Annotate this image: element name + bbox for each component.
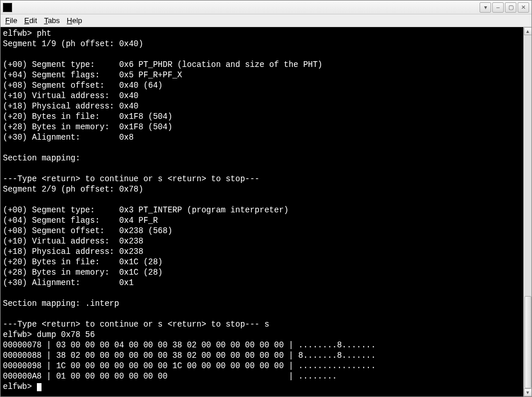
segment-field: (+18) Physical address: 0x40 (3, 102, 138, 111)
titlebar: ▾ – ▢ ✕ (1, 1, 531, 14)
menu-file[interactable]: File (5, 16, 17, 25)
terminal-window: ▾ – ▢ ✕ File Edit Tabs Help elfwb> pht S… (0, 0, 532, 397)
segment-field: (+04) Segment flags: 0x4 PF_R (3, 216, 158, 225)
scroll-thumb[interactable] (525, 296, 531, 388)
prompt-line: elfwb> (3, 382, 37, 391)
terminal-output[interactable]: elfwb> pht Segment 1/9 (ph offset: 0x40)… (1, 27, 523, 396)
segment-field: (+04) Segment flags: 0x5 PF_R+PF_X (3, 70, 182, 80)
menu-edit[interactable]: Edit (24, 16, 37, 25)
segment-field: (+20) Bytes in file: 0x1F8 (504) (3, 112, 172, 121)
menu-help[interactable]: Help (67, 16, 82, 25)
segment-field: (+00) Segment type: 0x6 PT_PHDR (locatio… (3, 60, 323, 69)
minimize-button[interactable]: – (492, 2, 504, 13)
segment-field: (+18) Physical address: 0x238 (3, 247, 144, 256)
segment-field: (+28) Bytes in memory: 0x1C (28) (3, 268, 163, 277)
maximize-button[interactable]: ▢ (505, 2, 516, 13)
section-mapping: Section mapping: .interp (3, 299, 119, 308)
segment-field: (+10) Virtual address: 0x40 (3, 91, 138, 100)
scrollbar[interactable]: ▲ ▼ (523, 27, 531, 396)
segment-header: Segment 1/9 (ph offset: 0x40) (3, 39, 144, 48)
continue-prompt: ---Type <return> to continue or s <retur… (3, 320, 269, 329)
segment-field: (+08) Segment offset: 0x40 (64) (3, 81, 163, 90)
scroll-down-icon[interactable]: ▼ (524, 388, 532, 396)
segment-field: (+00) Segment type: 0x3 PT_INTERP (progr… (3, 205, 289, 215)
continue-prompt: ---Type <return> to continue or s <retur… (3, 174, 259, 183)
hexdump-row: 00000078 | 03 00 00 00 04 00 00 00 38 02… (3, 340, 376, 350)
menubar: File Edit Tabs Help (1, 14, 531, 27)
close-button[interactable]: ✕ (518, 2, 529, 13)
menu-tabs[interactable]: Tabs (44, 16, 59, 25)
scroll-up-icon[interactable]: ▲ (524, 27, 532, 35)
segment-field: (+08) Segment offset: 0x238 (568) (3, 226, 172, 235)
hexdump-row: 00000098 | 1C 00 00 00 00 00 00 00 1C 00… (3, 361, 376, 370)
scroll-track[interactable] (524, 35, 532, 388)
app-icon (3, 3, 12, 12)
section-mapping: Section mapping: (3, 153, 80, 163)
segment-field: (+30) Alignment: 0x8 (3, 133, 134, 142)
prompt-line: elfwb> pht (3, 29, 51, 38)
cursor-icon (37, 383, 41, 391)
segment-field: (+10) Virtual address: 0x238 (3, 237, 144, 246)
segment-field: (+30) Alignment: 0x1 (3, 278, 134, 287)
dropdown-button[interactable]: ▾ (480, 2, 491, 13)
hexdump-row: 00000088 | 38 02 00 00 00 00 00 00 38 02… (3, 351, 376, 360)
segment-header: Segment 2/9 (ph offset: 0x78) (3, 185, 144, 194)
hexdump-row: 000000A8 | 01 00 00 00 00 00 00 00 | ...… (3, 372, 337, 381)
segment-field: (+28) Bytes in memory: 0x1F8 (504) (3, 122, 172, 132)
prompt-line: elfwb> dump 0x78 56 (3, 330, 95, 339)
segment-field: (+20) Bytes in file: 0x1C (28) (3, 257, 163, 267)
